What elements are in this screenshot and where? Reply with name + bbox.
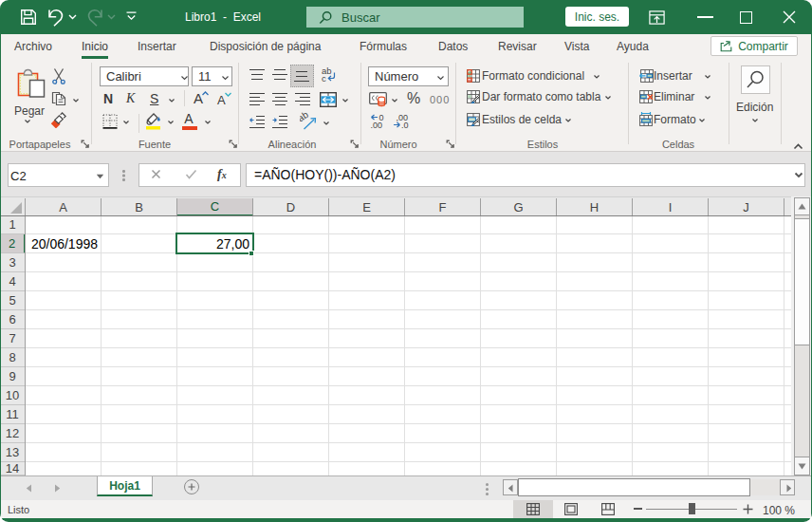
svg-text:c: c (322, 73, 326, 83)
svg-text:,00: ,00 (371, 121, 383, 129)
svg-text:,0: ,0 (401, 121, 409, 129)
svg-text:ab: ab (300, 112, 310, 123)
